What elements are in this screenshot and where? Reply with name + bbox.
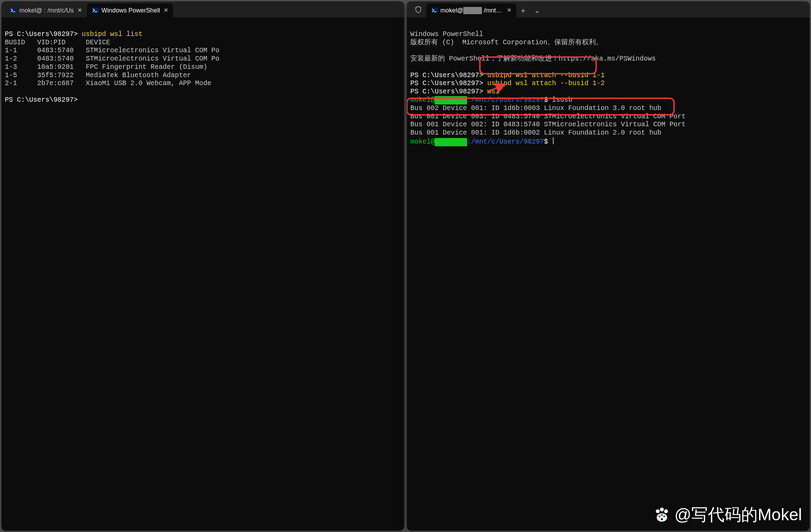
- close-icon[interactable]: ✕: [505, 7, 513, 14]
- table-row: 1-2 0483:5740 STMicroelectronics Virtual…: [5, 55, 219, 63]
- tab-label: mokel@xxxxxx /mnt/c/U: [440, 7, 503, 14]
- table-row: 1-3 10a5:9201 FPC Fingerprint Reader (Di…: [5, 63, 207, 71]
- tab-wsl-left[interactable]: mokel@ : /mnt/c/Us ✕: [5, 3, 87, 17]
- ps-banner: 版权所有 (C) Microsoft Corporation。保留所有权利。: [410, 39, 603, 46]
- command-text: usbipd wsl attach --busid 1-1: [487, 72, 604, 79]
- wsl-path: :/mnt/c/Users/98297: [467, 96, 544, 104]
- wsl-user: mokel@: [410, 96, 435, 104]
- powershell-icon: [10, 7, 17, 14]
- table-header: BUSID VID:PID DEVICE: [5, 39, 110, 46]
- lsusb-row: Bus 001 Device 003: ID 0483:5740 STMicro…: [410, 113, 686, 120]
- svg-rect-3: [95, 11, 97, 12]
- lsusb-row: Bus 001 Device 001: ID 1d6b:0002 Linux F…: [410, 129, 662, 137]
- ps-prompt: PS C:\Users\98297>: [410, 80, 487, 87]
- terminal-cursor: [553, 137, 554, 144]
- command-text: lsusb: [552, 96, 573, 104]
- svg-rect-0: [10, 8, 17, 13]
- wsl-dollar: $: [544, 138, 552, 146]
- terminal-window-left: mokel@ : /mnt/c/Us ✕ Windows PowerShell …: [1, 1, 404, 531]
- close-icon[interactable]: ✕: [162, 7, 170, 14]
- ps-banner: Windows PowerShell: [410, 30, 483, 38]
- tab-shield-right[interactable]: [410, 3, 426, 17]
- tab-bar-right: mokel@xxxxxx /mnt/c/U ✕ ＋ ⌄: [407, 1, 810, 17]
- censored-host: xxxxxxxx: [435, 138, 467, 146]
- shield-icon: [414, 6, 422, 15]
- command-text: usbipd wsl attach --busid 1-2: [487, 80, 604, 87]
- lsusb-row: Bus 001 Device 002: ID 0483:5740 STMicro…: [410, 121, 686, 128]
- new-tab-button[interactable]: ＋: [516, 3, 530, 17]
- table-row: 1-5 35f5:7922 MediaTek Bluetooth Adapter: [5, 72, 191, 79]
- command-text: usbipd wsl list: [82, 30, 143, 38]
- wsl-dollar: $: [544, 96, 552, 104]
- ps-prompt: PS C:\Users\98297>: [410, 72, 487, 79]
- tab-powershell-left[interactable]: Windows PowerShell ✕: [87, 3, 173, 17]
- lsusb-row: Bus 002 Device 001: ID 1d6b:0003 Linux F…: [410, 104, 662, 112]
- table-row: 2-1 2b7e:c687 XiaoMi USB 2.0 Webcam, APP…: [5, 80, 211, 87]
- svg-rect-1: [13, 11, 15, 12]
- ps-prompt: PS C:\Users\98297>: [5, 96, 78, 104]
- tab-label: mokel@ : /mnt/c/Us: [19, 7, 74, 14]
- tab-label: Windows PowerShell: [101, 7, 160, 14]
- terminal-body-left[interactable]: PS C:\Users\98297> usbipd wsl list BUSID…: [1, 17, 404, 531]
- ps-prompt: PS C:\Users\98297>: [5, 30, 82, 38]
- table-row: 1-1 0483:5740 STMicroelectronics Virtual…: [5, 47, 219, 54]
- tab-wsl-right[interactable]: mokel@xxxxxx /mnt/c/U ✕: [426, 3, 516, 17]
- svg-rect-2: [92, 8, 99, 13]
- ps-banner: 安装最新的 PowerShell，了解新功能和改进！https://aka.ms…: [410, 55, 656, 63]
- command-text: wsl: [487, 88, 499, 95]
- svg-rect-4: [431, 8, 438, 13]
- svg-rect-5: [434, 11, 436, 12]
- tab-dropdown-button[interactable]: ⌄: [530, 3, 544, 17]
- ps-prompt: PS C:\Users\98297>: [410, 88, 487, 95]
- wsl-user: mokel@: [410, 138, 435, 146]
- powershell-icon: [92, 7, 99, 14]
- terminal-window-right: mokel@xxxxxx /mnt/c/U ✕ ＋ ⌄ Windows Powe…: [407, 1, 810, 531]
- wsl-path: :/mnt/c/Users/98297: [467, 138, 544, 146]
- terminal-body-right[interactable]: Windows PowerShell 版权所有 (C) Microsoft Co…: [407, 17, 810, 531]
- powershell-icon: [431, 7, 438, 14]
- censored-host: xxxxxxxx: [435, 96, 467, 104]
- tab-bar-left: mokel@ : /mnt/c/Us ✕ Windows PowerShell …: [1, 1, 404, 17]
- close-icon[interactable]: ✕: [76, 7, 83, 14]
